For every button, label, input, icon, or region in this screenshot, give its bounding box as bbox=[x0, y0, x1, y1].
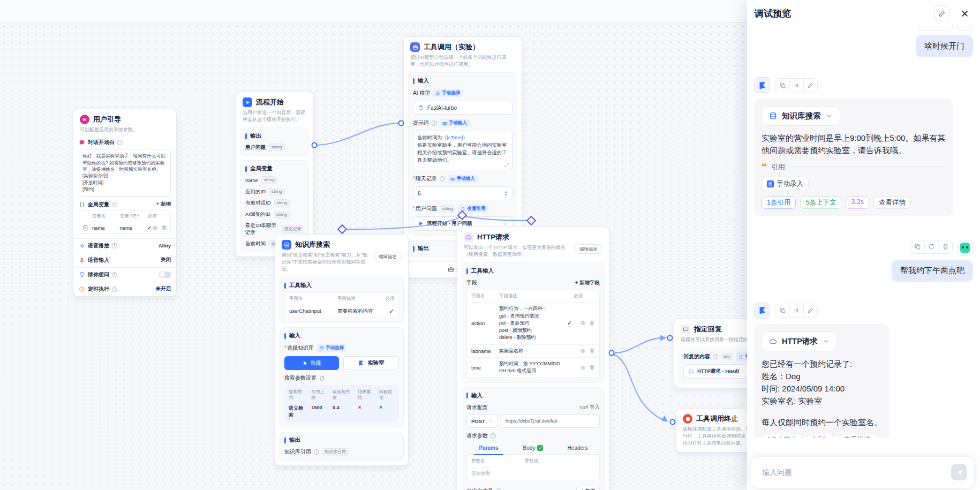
citation-source-chip[interactable]: 手动录入 bbox=[762, 177, 809, 191]
voice-play-row[interactable]: 语音播放 Alloy bbox=[73, 238, 176, 253]
col-header: 字段描述 bbox=[337, 296, 385, 302]
message-toolbar bbox=[910, 240, 953, 254]
info-icon bbox=[432, 120, 437, 126]
tts-button[interactable] bbox=[789, 79, 803, 92]
guess-question-row[interactable]: 猜你想问 bbox=[73, 267, 176, 282]
node-desc: 可以发出一个 HTTP 请求，实现更为复杂的操作（联网搜索、数据库查询等） bbox=[464, 244, 571, 258]
database-icon bbox=[284, 242, 290, 248]
context-count-badge[interactable]: 6条上下文 bbox=[762, 434, 803, 438]
dataset-chip[interactable]: 实验室 bbox=[343, 356, 399, 370]
add-field-button[interactable]: + 新增字段 bbox=[575, 280, 600, 287]
schedule-row[interactable]: 定时执行 未开启 bbox=[73, 282, 176, 296]
search-params-label: 搜索参数设置 bbox=[284, 374, 316, 382]
citation-count-badge[interactable]: 1条引用 bbox=[762, 197, 796, 209]
edit-icon[interactable] bbox=[580, 320, 586, 326]
chevron-down-icon bbox=[488, 419, 493, 424]
node-user-guide[interactable]: Hi 用户引导 可以配置应用的系统参数。 对话开场白 你好，我是实验室助手，请问… bbox=[73, 109, 177, 297]
delete-icon[interactable] bbox=[589, 348, 595, 354]
method-select[interactable]: POST bbox=[466, 414, 497, 428]
quote-icon: ❝ bbox=[762, 162, 767, 171]
chevron-down-icon bbox=[826, 112, 833, 119]
output-item: 用户问题 string bbox=[245, 144, 304, 151]
url-input[interactable]: https://dxbs7j.laf.dev/lab bbox=[501, 414, 600, 428]
tool-run-collapse[interactable]: 知识库搜索 bbox=[762, 106, 840, 126]
copy-button[interactable] bbox=[775, 304, 789, 317]
add-param-placeholder[interactable]: 添加参数 bbox=[471, 470, 491, 477]
delete-icon[interactable] bbox=[589, 365, 595, 371]
edit-icon[interactable] bbox=[580, 365, 586, 371]
field-desc: 实验室名称 bbox=[499, 348, 567, 355]
retry-button[interactable] bbox=[924, 240, 938, 253]
copy-button[interactable] bbox=[775, 79, 789, 92]
node-flow-start[interactable]: 流程开始 当用户发送一个内容后，流程将会从这个模块开始执行。 输出 用户问题 s… bbox=[236, 92, 314, 257]
request-tabs: Params Body Headers bbox=[466, 443, 600, 455]
field-name: time bbox=[471, 365, 499, 371]
add-custom-var-button[interactable]: + 新增 bbox=[576, 486, 600, 490]
model-select[interactable]: FastAI-turbo bbox=[413, 101, 512, 115]
manual-select-badge: 手动选择 bbox=[433, 89, 463, 97]
chat-history[interactable]: 啥时候开门 知识库搜索 实验室的营业时间是早上9:00到晚上5:0 bbox=[747, 24, 980, 438]
edit-icon[interactable] bbox=[152, 225, 158, 231]
global-vars-label: 全局变量 bbox=[88, 201, 109, 208]
voice-input-row[interactable]: 语音输入 关闭 bbox=[73, 253, 176, 267]
chat-input[interactable] bbox=[762, 468, 951, 477]
ai-avatar bbox=[754, 77, 770, 93]
curl-import-button[interactable]: curl 导入 bbox=[580, 404, 600, 411]
edit-button[interactable] bbox=[803, 79, 817, 92]
context-count-badge[interactable]: 5条上下文 bbox=[800, 197, 841, 209]
history-stepper[interactable]: 6 ▲▼ bbox=[413, 186, 512, 200]
delete-button[interactable] bbox=[938, 240, 952, 253]
node-title: 指定回复 bbox=[694, 325, 722, 334]
latency-badge[interactable]: 1.54s bbox=[807, 434, 834, 438]
section-label: 全局变量 bbox=[245, 165, 304, 172]
copy-button[interactable] bbox=[910, 240, 924, 253]
tts-button[interactable] bbox=[789, 304, 803, 317]
fields-label: 字段 bbox=[466, 279, 477, 287]
edit-button[interactable] bbox=[803, 304, 817, 317]
view-detail-button[interactable]: 查看详情 bbox=[839, 434, 876, 438]
node-http-request[interactable]: HTTP请求 可以发出一个 HTTP 请求，实现更为复杂的操作（联网搜索、数据库… bbox=[457, 227, 609, 490]
field-name: action bbox=[471, 320, 499, 326]
tab-params[interactable]: Params bbox=[466, 443, 511, 454]
clear-history-button[interactable] bbox=[934, 5, 950, 21]
add-variable-button[interactable]: + 新增 bbox=[156, 201, 171, 208]
delete-icon[interactable] bbox=[589, 320, 595, 326]
cite-label: 知识库引用 bbox=[284, 448, 311, 456]
tab-headers[interactable]: Headers bbox=[555, 443, 600, 454]
send-button[interactable] bbox=[951, 464, 967, 480]
guess-label: 猜你想问 bbox=[88, 271, 109, 278]
stepper-arrows[interactable]: ▲▼ bbox=[504, 190, 508, 197]
top-bar bbox=[0, 0, 747, 22]
opening-label: 对话开场白 bbox=[88, 139, 115, 146]
view-detail-button[interactable]: 查看详情 bbox=[873, 197, 911, 209]
http-icon bbox=[464, 232, 473, 242]
close-panel-button[interactable] bbox=[956, 5, 973, 21]
select-dataset-button[interactable]: 选择 bbox=[284, 356, 339, 370]
edit-desc-button[interactable]: 编辑描述 bbox=[575, 244, 602, 254]
tool-run-collapse[interactable]: HTTP请求 bbox=[762, 331, 837, 351]
col-header: 参数值 bbox=[525, 458, 539, 464]
global-vars-table: 变量名 变量 KEY 必填 name name ✓ bbox=[79, 210, 171, 234]
var-item: AI回复的IDstring bbox=[245, 211, 304, 218]
ai-message-line: 时间: 2024/05/09 14:00 bbox=[762, 382, 882, 395]
voice-input-value: 关闭 bbox=[161, 257, 171, 263]
expand-icon[interactable] bbox=[504, 162, 509, 168]
toolbox-icon bbox=[410, 42, 420, 52]
guess-toggle[interactable] bbox=[159, 272, 171, 278]
edit-icon[interactable] bbox=[580, 348, 586, 354]
prompt-label: 提示词 bbox=[413, 119, 429, 127]
gear-icon[interactable] bbox=[319, 375, 325, 381]
type-badge: string bbox=[440, 205, 456, 213]
prompt-textarea[interactable]: 当前时间为: {{cTime}} 你是实验室助手，用户可能会询问实验室相关介绍或… bbox=[413, 131, 512, 170]
ai-model-label: AI 模型 bbox=[413, 89, 430, 97]
node-kb-search[interactable]: 知识库搜索 调用"语义检索"和"全文检索"能力，从"知识库"中查找实验室介绍和使… bbox=[275, 234, 409, 466]
request-config-label: 请求配置 bbox=[466, 404, 488, 411]
ai-avatar bbox=[754, 303, 770, 319]
latency-badge[interactable]: 3.2s bbox=[846, 197, 869, 209]
opening-textarea[interactable]: 你好，我是实验室助手，请问有什么可以帮助你的么? 如需预约或修改预约的实验室，请… bbox=[79, 149, 171, 197]
ai-message-line: 实验室名: 实验室 bbox=[762, 395, 882, 407]
edit-desc-button[interactable]: 编辑描述 bbox=[374, 252, 402, 261]
tab-body[interactable]: Body bbox=[511, 443, 555, 454]
robot-icon bbox=[435, 91, 440, 96]
delete-icon[interactable] bbox=[161, 225, 167, 231]
